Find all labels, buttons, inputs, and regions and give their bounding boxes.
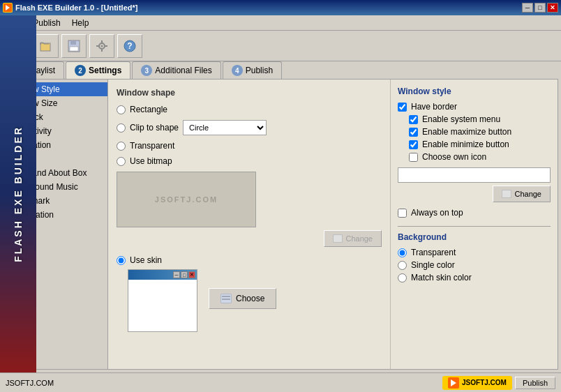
skin-maximize: □	[181, 271, 188, 278]
right-panel: Window style Have border Enable system m…	[390, 80, 558, 369]
svg-rect-20	[222, 299, 230, 300]
label-minimize: Enable minimize button	[422, 140, 509, 149]
skin-title-bar: ─ □ ✕	[128, 270, 197, 280]
clip-shape-dropdown[interactable]: Circle Rectangle Ellipse	[183, 120, 267, 135]
app-icon	[3, 3, 13, 13]
choose-label: Choose	[236, 294, 264, 303]
check-maximize[interactable]	[409, 128, 418, 137]
svg-rect-3	[40, 43, 50, 51]
save-button[interactable]	[61, 34, 87, 58]
bitmap-change-label: Change	[345, 234, 373, 243]
skin-row: ─ □ ✕ Choose	[117, 265, 382, 332]
skin-minimize: ─	[173, 271, 180, 278]
label-bg-match-skin: Match skin color	[411, 273, 472, 282]
checkbox-always-on-top: Always on top	[398, 208, 551, 218]
tabs-row: 1 Playlist 2 Settings 3 Additional Files…	[3, 61, 558, 79]
radio-use-bitmap[interactable]	[117, 157, 126, 166]
radio-transparent[interactable]	[117, 142, 126, 151]
label-have-border: Have border	[411, 102, 457, 112]
center-panel: Window shape Rectangle Clip to shape Cir…	[108, 80, 390, 369]
minimize-button[interactable]: ─	[522, 3, 533, 13]
checkbox-system-menu: Enable system menu	[409, 114, 551, 124]
label-always-on-top: Always on top	[411, 208, 463, 218]
label-transparent: Transparent	[130, 141, 174, 151]
tab-additional-files[interactable]: 3 Additional Files	[132, 61, 220, 79]
status-bar: JSOFTJ.COM JSOFTJ.COM Publish	[0, 372, 561, 392]
choose-skin-button[interactable]: Choose	[209, 288, 276, 309]
open-button[interactable]	[33, 34, 59, 58]
status-text: JSOFTJ.COM	[6, 379, 54, 387]
left-strip-text: FLASH EXE BUILDER	[13, 126, 24, 262]
svg-rect-16	[334, 235, 342, 242]
check-always-on-top[interactable]	[398, 209, 407, 218]
radio-bg-single-color[interactable]	[398, 261, 407, 270]
check-minimize[interactable]	[409, 140, 418, 149]
watermark-text: JSOFTJ.COM	[155, 195, 218, 204]
radio-row-bitmap: Use bitmap	[117, 156, 382, 166]
label-rectangle: Rectangle	[130, 105, 167, 114]
logo-icon	[448, 377, 459, 389]
check-system-menu[interactable]	[409, 115, 418, 124]
icon-path-field[interactable]	[398, 167, 551, 183]
settings-button[interactable]	[89, 34, 114, 58]
bitmap-preview: JSOFTJ.COM	[117, 172, 256, 227]
window-controls: ─ □ ✕	[522, 3, 558, 13]
tab-settings[interactable]: 2 Settings	[66, 61, 130, 79]
icon-change-button[interactable]: Change	[493, 186, 551, 202]
label-maximize: Enable maximize button	[422, 127, 511, 137]
maximize-button[interactable]: □	[534, 3, 546, 13]
radio-rectangle[interactable]	[117, 105, 126, 114]
label-system-menu: Enable system menu	[422, 114, 500, 124]
label-clip-to-shape: Clip to shape	[130, 123, 179, 133]
radio-use-skin[interactable]	[117, 256, 126, 265]
app-title: Flash EXE Builder 1.0 - [Untitled*]	[15, 3, 137, 12]
toolbar: ?	[0, 31, 561, 61]
radio-row-bg-skin: Match skin color	[398, 273, 551, 282]
label-bg-transparent: Transparent	[411, 248, 456, 257]
skin-close: ✕	[188, 271, 195, 278]
title-bar: Flash EXE Builder 1.0 - [Untitled*] ─ □ …	[0, 0, 561, 15]
skin-content-area	[128, 280, 197, 331]
shape-radio-group: Rectangle Clip to shape Circle Rectangle…	[117, 105, 382, 166]
radio-row-transparent: Transparent	[117, 141, 382, 151]
logo-area: JSOFTJ.COM	[442, 376, 512, 390]
checkbox-have-border: Have border	[398, 102, 551, 112]
window-style-title: Window style	[398, 86, 551, 96]
label-use-bitmap: Use bitmap	[130, 156, 172, 166]
checkbox-maximize: Enable maximize button	[409, 127, 551, 137]
settings-panel: Window Style Window Size Playback Intera…	[3, 79, 558, 370]
background-title: Background	[398, 232, 551, 242]
logo-text: JSOFTJ.COM	[462, 379, 507, 386]
radio-clip-to-shape[interactable]	[117, 123, 126, 133]
radio-row-bg-single: Single color	[398, 260, 551, 270]
radio-bg-match-skin[interactable]	[398, 273, 407, 282]
radio-bg-transparent[interactable]	[398, 248, 407, 257]
svg-text:?: ?	[127, 41, 132, 51]
skin-preview: ─ □ ✕	[128, 269, 197, 332]
menu-help[interactable]: Help	[66, 17, 95, 29]
tab-publish[interactable]: 4 Publish	[223, 61, 282, 79]
check-own-icon[interactable]	[409, 153, 418, 162]
label-own-icon: Choose own icon	[422, 152, 486, 162]
svg-rect-6	[70, 47, 78, 51]
publish-bottom-button[interactable]: Publish	[515, 377, 555, 389]
checkbox-own-icon: Choose own icon	[409, 152, 551, 162]
close-button[interactable]: ✕	[547, 3, 558, 13]
use-skin-area: Use skin ─ □ ✕ Choose	[117, 255, 382, 332]
left-decoration: FLASH EXE BUILDER	[0, 15, 36, 372]
help-button[interactable]: ?	[117, 34, 142, 58]
bitmap-change-button[interactable]: Change	[324, 230, 382, 247]
svg-rect-5	[70, 40, 76, 45]
icon-change-label: Change	[514, 190, 541, 198]
radio-row-use-skin: Use skin	[117, 255, 382, 265]
window-shape-title: Window shape	[117, 88, 382, 98]
radio-row-clip: Clip to shape Circle Rectangle Ellipse	[117, 120, 382, 135]
check-have-border[interactable]	[398, 103, 407, 112]
radio-row-bg-transparent: Transparent	[398, 248, 551, 257]
svg-rect-19	[222, 296, 230, 297]
radio-row-rectangle: Rectangle	[117, 105, 382, 114]
menu-bar: File Publish Help	[0, 15, 561, 31]
label-bg-single-color: Single color	[411, 260, 455, 270]
checkbox-minimize: Enable minimize button	[409, 140, 551, 149]
svg-point-8	[101, 45, 103, 47]
